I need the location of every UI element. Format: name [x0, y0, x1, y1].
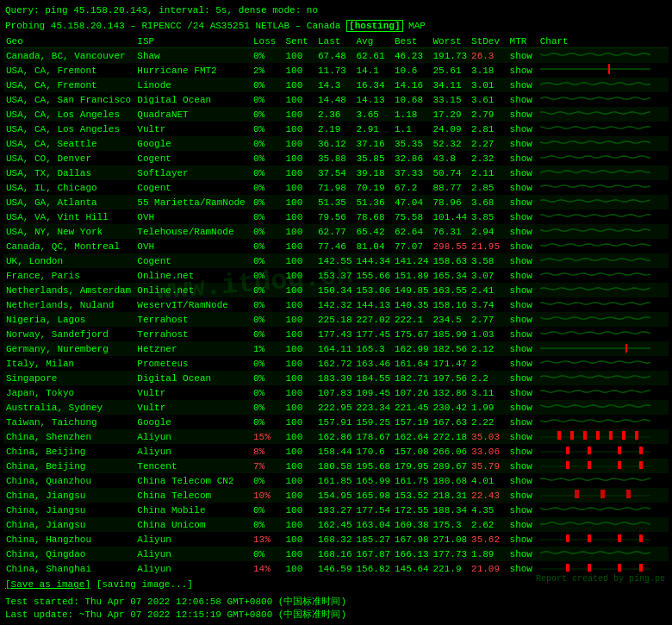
cell-mtr[interactable]: show	[507, 253, 538, 268]
cell-mtr[interactable]: show	[507, 63, 538, 78]
cell-avg: 35.85	[353, 151, 392, 166]
cell-sent: 100	[283, 341, 314, 356]
cell-mtr[interactable]: show	[507, 209, 538, 224]
cell-chart	[538, 473, 669, 488]
cell-chart	[538, 371, 669, 385]
cell-mtr[interactable]: show	[507, 122, 538, 136]
cell-sent: 100	[283, 122, 314, 136]
cell-mtr[interactable]: show	[507, 92, 538, 107]
cell-best: 175.67	[392, 327, 431, 341]
cell-mtr[interactable]: show	[507, 415, 538, 429]
cell-best: 46.23	[392, 48, 431, 64]
cell-sent: 100	[283, 166, 314, 180]
table-row: USA, CA, FremontHurricane FMT22%10011.73…	[3, 63, 669, 78]
cell-mtr[interactable]: show	[507, 180, 538, 195]
cell-best: 10.68	[392, 92, 431, 107]
cell-avg: 170.6	[353, 444, 392, 459]
cell-avg: 177.54	[353, 503, 392, 517]
cell-mtr[interactable]: show	[507, 385, 538, 400]
header: Query: ping 45.158.20.143, interval: 5s,…	[0, 0, 672, 35]
cell-loss: 0%	[251, 415, 283, 429]
cell-avg: 37.16	[353, 136, 392, 151]
cell-mtr[interactable]: show	[507, 429, 538, 444]
cell-geo: Canada, BC, Vancouver	[3, 48, 134, 64]
cell-geo: China, Shenzhen	[3, 429, 134, 444]
cell-worst: 234.5	[431, 312, 470, 327]
cell-mtr[interactable]: show	[507, 356, 538, 371]
cell-mtr[interactable]: show	[507, 136, 538, 151]
cell-stdev: 3.11	[469, 385, 507, 400]
cell-mtr[interactable]: show	[507, 327, 538, 341]
probe-line: Probing 45.158.20.143 – RIPENCC /24 AS35…	[5, 19, 667, 34]
cell-geo: USA, VA, Vint Hill	[3, 209, 134, 224]
cell-best: 166.13	[392, 547, 431, 561]
cell-sent: 100	[283, 268, 314, 283]
svg-rect-12	[639, 447, 643, 454]
cell-chart	[538, 517, 669, 532]
cell-mtr[interactable]: show	[507, 444, 538, 459]
cell-mtr[interactable]: show	[507, 341, 538, 356]
cell-worst: 165.34	[431, 268, 470, 283]
cell-mtr[interactable]: show	[507, 312, 538, 327]
cell-mtr[interactable]: show	[507, 224, 538, 239]
cell-mtr[interactable]: show	[507, 239, 538, 253]
save-image-link[interactable]: [Save as image]	[5, 579, 90, 590]
cell-last: 168.32	[315, 532, 354, 547]
cell-last: 183.39	[315, 371, 354, 385]
cell-best: 153.52	[392, 488, 431, 503]
cell-mtr[interactable]: show	[507, 473, 538, 488]
cell-avg: 153.06	[353, 283, 392, 297]
cell-mtr[interactable]: show	[507, 78, 538, 92]
cell-chart	[538, 532, 669, 547]
cell-avg: 163.04	[353, 517, 392, 532]
cell-geo: Japan, Tokyo	[3, 385, 134, 400]
cell-sent: 100	[283, 180, 314, 195]
cell-mtr[interactable]: show	[507, 400, 538, 415]
svg-rect-2	[557, 431, 561, 440]
cell-mtr[interactable]: show	[507, 561, 538, 576]
cell-worst: 132.86	[431, 385, 470, 400]
cell-chart	[538, 297, 669, 312]
cell-geo: Singapore	[3, 371, 134, 385]
svg-rect-27	[639, 564, 643, 572]
cell-mtr[interactable]: show	[507, 268, 538, 283]
col-header-isp: ISP	[134, 35, 251, 48]
cell-mtr[interactable]: show	[507, 503, 538, 517]
table-row: UK, LondonCogent0%100142.55144.34141.241…	[3, 253, 669, 268]
svg-rect-24	[566, 564, 569, 572]
cell-loss: 8%	[251, 444, 283, 459]
results-table: Geo ISP Loss Sent Last Avg Best Worst St…	[3, 35, 669, 576]
cell-mtr[interactable]: show	[507, 297, 538, 312]
cell-avg: 185.27	[353, 532, 392, 547]
cell-chart	[538, 166, 669, 180]
cell-loss: 0%	[251, 327, 283, 341]
cell-mtr[interactable]: show	[507, 48, 538, 64]
cell-mtr[interactable]: show	[507, 283, 538, 297]
cell-last: 162.45	[315, 517, 354, 532]
cell-chart	[538, 122, 669, 136]
cell-mtr[interactable]: show	[507, 151, 538, 166]
cell-mtr[interactable]: show	[507, 547, 538, 561]
cell-mtr[interactable]: show	[507, 195, 538, 209]
cell-avg: 159.25	[353, 415, 392, 429]
cell-worst: 180.68	[431, 473, 470, 488]
cell-chart	[538, 547, 669, 561]
table-row: Netherlands, AmsterdamOnline.net0%100150…	[3, 283, 669, 297]
cell-worst: 182.56	[431, 341, 470, 356]
cell-mtr[interactable]: show	[507, 459, 538, 473]
cell-avg: 184.55	[353, 371, 392, 385]
cell-last: 79.56	[315, 209, 354, 224]
cell-best: 75.58	[392, 209, 431, 224]
cell-mtr[interactable]: show	[507, 517, 538, 532]
cell-mtr[interactable]: show	[507, 532, 538, 547]
cell-isp: Cogent	[134, 180, 251, 195]
cell-mtr[interactable]: show	[507, 488, 538, 503]
cell-avg: 156.82	[353, 561, 392, 576]
cell-chart	[538, 195, 669, 209]
cell-stdev: 2.79	[469, 107, 507, 122]
cell-mtr[interactable]: show	[507, 107, 538, 122]
cell-mtr[interactable]: show	[507, 166, 538, 180]
cell-mtr[interactable]: show	[507, 371, 538, 385]
table-header-row: Geo ISP Loss Sent Last Avg Best Worst St…	[3, 35, 669, 48]
cell-last: 153.37	[315, 268, 354, 283]
